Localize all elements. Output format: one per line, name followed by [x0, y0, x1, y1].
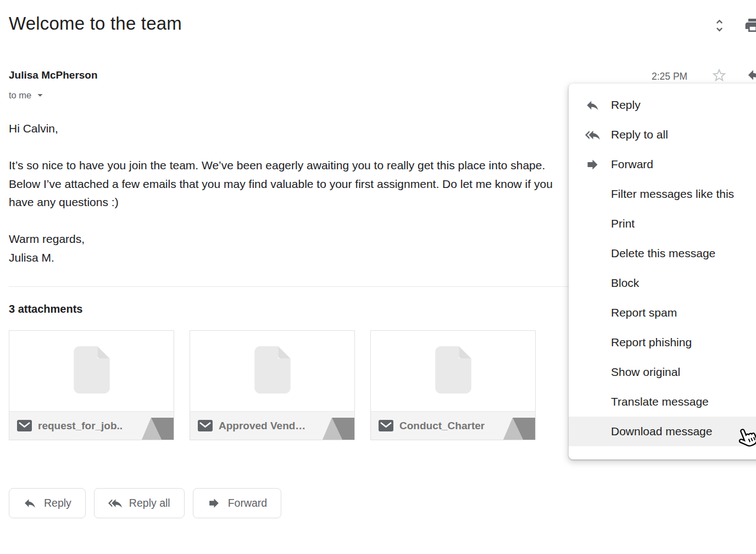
document-icon [435, 346, 471, 396]
menu-item[interactable]: Reply [569, 90, 756, 120]
attachment-footer: request_for_job.. [9, 411, 174, 440]
menu-item[interactable]: Print [569, 209, 756, 239]
menu-item-icon-box [585, 128, 611, 142]
attachment-preview [9, 331, 174, 411]
document-icon [254, 346, 291, 396]
menu-item-label: Translate message [611, 395, 709, 408]
menu-item[interactable]: Reply to all [569, 120, 756, 149]
menu-item-label: Reply [611, 98, 641, 112]
action-button-label: Reply [44, 497, 71, 509]
message-time: 2:25 PM [652, 71, 687, 82]
email-subject: Welcome to the team [9, 13, 182, 34]
attachment-footer: Approved Vend… [190, 411, 354, 440]
attachment-card[interactable]: Approved Vend… [190, 330, 355, 440]
reply-icon [585, 98, 600, 113]
menu-item-label: Download message [611, 425, 712, 438]
reply-all-icon [108, 496, 122, 510]
page-fold-decoration [323, 418, 354, 440]
more-options-menu: Reply Reply to all F [569, 84, 756, 459]
attachment-name: Approved Vend… [219, 420, 305, 432]
action-button[interactable]: Forward [193, 488, 282, 518]
page-fold-decoration [142, 418, 174, 440]
star-icon[interactable] [711, 67, 727, 86]
menu-item-icon-box [585, 98, 611, 113]
body-paragraph: It’s so nice to have you join the team. … [9, 156, 554, 212]
menu-item-label: Reply to all [611, 128, 668, 141]
envelope-icon [379, 420, 393, 431]
action-button[interactable]: Reply [9, 488, 86, 518]
reply-icon [23, 496, 37, 510]
menu-item[interactable]: Block [569, 268, 756, 298]
menu-item-label: Forward [611, 158, 653, 171]
attachment-card[interactable]: request_for_job.. [9, 330, 174, 440]
envelope-icon [17, 420, 32, 431]
body-paragraph: Warm regards, Julisa M. [9, 230, 554, 267]
menu-item[interactable]: Report spam [569, 298, 756, 328]
menu-item[interactable]: Forward [569, 149, 756, 179]
menu-item[interactable]: Download message [569, 417, 756, 446]
menu-item[interactable]: Report phishing [569, 328, 756, 357]
menu-item-label: Print [611, 217, 635, 230]
action-button-label: Reply all [129, 497, 170, 509]
action-button[interactable]: Reply all [94, 488, 185, 518]
expand-all-icon[interactable] [711, 18, 727, 36]
body-paragraph: Hi Calvin, [9, 119, 554, 138]
attachment-name: request_for_job.. [38, 420, 123, 432]
page-fold-decoration [503, 418, 535, 440]
attachment-footer: Conduct_Charter [371, 411, 535, 440]
menu-item-icon-box [585, 157, 611, 172]
attachment-name: Conduct_Charter [399, 420, 485, 432]
menu-item-label: Filter messages like this [611, 187, 734, 201]
message-actions: Reply Reply all Forward [9, 488, 281, 518]
forward-icon [207, 496, 221, 510]
recipient-dropdown[interactable]: to me [9, 89, 46, 101]
menu-item[interactable]: Show original [569, 357, 756, 387]
reply-icon[interactable] [746, 67, 756, 86]
document-icon [74, 346, 110, 396]
menu-item-label: Show original [611, 365, 680, 379]
attachments-header: 3 attachments [9, 303, 83, 315]
menu-item[interactable]: Filter messages like this [569, 179, 756, 209]
menu-item[interactable]: Delete this message [569, 239, 756, 268]
gmail-message-view: Welcome to the team Julisa McPherson 2:2… [0, 0, 756, 554]
reply-all-icon [585, 128, 600, 142]
menu-item-label: Delete this message [611, 247, 715, 260]
attachments-row: request_for_job.. [9, 330, 536, 440]
sender-name: Julisa McPherson [9, 69, 98, 81]
recipient-label: to me [9, 90, 31, 101]
forward-icon [585, 157, 600, 172]
action-button-label: Forward [228, 497, 268, 509]
menu-item-label: Block [611, 276, 639, 290]
attachment-preview [371, 331, 535, 411]
print-icon[interactable] [744, 16, 756, 36]
email-body: Hi Calvin,It’s so nice to have you join … [9, 119, 554, 267]
menu-item-label: Report spam [611, 306, 677, 319]
menu-item[interactable]: Translate message [569, 387, 756, 417]
menu-item-label: Report phishing [611, 336, 692, 349]
chevron-down-icon [34, 89, 46, 101]
envelope-icon [198, 420, 213, 431]
attachment-card[interactable]: Conduct_Charter [370, 330, 536, 440]
attachment-preview [190, 331, 354, 411]
